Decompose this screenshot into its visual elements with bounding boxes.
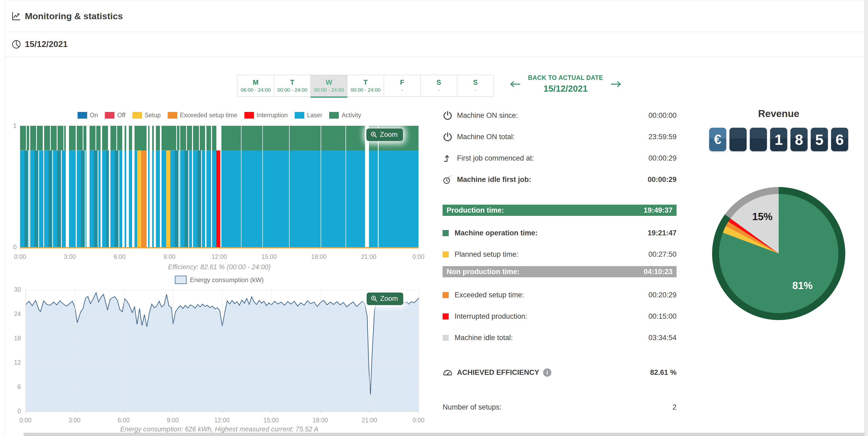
- stat-row-first-job-commenced-at: First job commenced at:00:00:29: [442, 152, 677, 164]
- day-tab-t-3[interactable]: T00:00 - 24:00: [347, 75, 384, 97]
- timeline-segment-laser: [263, 126, 289, 248]
- pie-label-15pct: 15%: [752, 211, 773, 223]
- timeline-segment-exceeded: [141, 126, 147, 248]
- time-distribution-pie-chart: 15%81%: [712, 187, 845, 320]
- timeline-segment-laser: [379, 126, 418, 248]
- magnifier-plus-icon: [370, 295, 378, 302]
- revenue-digit-tile-6: 6: [831, 128, 848, 151]
- machine-state-timeline-chart[interactable]: Zoom: [20, 126, 418, 248]
- legend-item-interruption: Interruption: [244, 112, 288, 119]
- energy-x-tick-label: 15:00: [264, 417, 279, 424]
- revenue-digit-tile-4: 8: [790, 128, 808, 151]
- energy-legend-swatch: [175, 276, 187, 284]
- energy-legend[interactable]: Energy consumption (kW): [20, 276, 418, 284]
- timeline-legend: OnOffSetupExceeded setup timeInterruptio…: [20, 112, 418, 119]
- legend-item-activity: Activity: [329, 112, 361, 119]
- timeline-segment-busy: [161, 126, 166, 248]
- timeline-segment-busy: [102, 126, 109, 248]
- statistics-panel: Machine ON since:00:00:00Machine ON tota…: [442, 0, 677, 436]
- timeline-zoom-button[interactable]: Zoom: [366, 129, 403, 141]
- timeline-segment-busy: [134, 126, 137, 248]
- energy-x-tick-label: 0:00: [20, 417, 32, 424]
- timeline-x-tick-label: 21:00: [361, 253, 376, 261]
- energy-y-tick-label: 24: [10, 310, 21, 317]
- revenue-digit-tile-3: 1: [770, 128, 787, 151]
- legend-item-laser: Laser: [295, 112, 322, 119]
- energy-y-tick-label: 30: [10, 286, 21, 293]
- selected-date: 15/12/2021: [25, 39, 68, 49]
- horizontal-scrollbar[interactable]: [24, 433, 864, 436]
- monitoring-dashboard: Monitoring & statistics 15/12/2021 M06:0…: [0, 0, 868, 436]
- timeline-segment-busy: [207, 126, 211, 248]
- revenue-digit-tile-1: [730, 128, 747, 151]
- revenue-counter: €1856: [709, 128, 848, 151]
- stat-row-machine-on-since: Machine ON since:00:00:00: [442, 109, 677, 121]
- timeline-segment-busy: [20, 126, 29, 248]
- day-tab-t-1[interactable]: T00:00 - 24:00: [274, 75, 311, 97]
- efficiency-caption: Efficiency: 82.61 % (00:00 - 24:00): [86, 263, 353, 271]
- stat-swatch: [442, 251, 449, 258]
- timeline-x-tick-label: 3:00: [64, 253, 76, 261]
- timeline-segment-busy: [156, 126, 160, 248]
- timeline-bars: [20, 126, 418, 248]
- stat-row-achieved-efficiency: ACHIEVED EFFICIENCYi82.61 %: [442, 367, 677, 378]
- legend-swatch: [105, 112, 115, 119]
- vertical-scrollbar[interactable]: [864, 0, 868, 436]
- first-job-icon: [442, 153, 453, 163]
- power-icon: [442, 110, 453, 121]
- timeline-segment-busy: [180, 126, 192, 248]
- legend-item-off: Off: [105, 112, 125, 119]
- energy-x-tick-label: 3:00: [68, 417, 81, 424]
- power-icon: [442, 132, 453, 142]
- timeline-y-min-label: 0: [6, 244, 17, 251]
- line-chart-icon: [11, 11, 21, 21]
- stat-row-machine-operation-time: Machine operation time:19:21:47: [442, 227, 677, 239]
- timeline-segment-busy: [71, 126, 76, 248]
- magnifier-plus-icon: [370, 131, 378, 138]
- energy-x-tick-label: 0:00: [413, 417, 425, 424]
- page-title: Monitoring & statistics: [25, 11, 123, 21]
- energy-y-tick-label: 18: [10, 335, 21, 342]
- timeline-segment-setup: [166, 126, 170, 248]
- timeline-baseline: [20, 247, 418, 248]
- timeline-segment-busy: [129, 126, 132, 248]
- timeline-segment-busy: [193, 126, 205, 248]
- pie-chart-icon: [11, 39, 21, 49]
- legend-item-setup: Setup: [132, 112, 161, 119]
- svg-text:z: z: [450, 174, 452, 177]
- timeline-segment-laser: [369, 126, 378, 248]
- energy-consumption-chart[interactable]: Zoom: [25, 290, 419, 412]
- gauge-icon: [442, 367, 453, 377]
- legend-swatch: [244, 112, 254, 119]
- day-tab-f-4[interactable]: F-: [384, 75, 421, 97]
- timeline-segment-laser: [321, 126, 345, 248]
- timeline-segment-busy: [30, 126, 43, 248]
- stat-banner-non-production-time-: Non production time:04:10:23: [442, 266, 677, 277]
- energy-zoom-button[interactable]: Zoom: [367, 293, 403, 305]
- svg-text:z: z: [449, 178, 450, 180]
- stat-banner-production-time-: Production time:19:49:37: [442, 205, 677, 216]
- timeline-segment-laser: [152, 126, 154, 248]
- timeline-x-tick-label: 0:00: [413, 253, 425, 261]
- idle-clock-icon: zzz: [442, 174, 453, 185]
- revenue-digit-tile-2: [750, 128, 767, 151]
- timeline-segment-laser: [212, 126, 216, 248]
- revenue-title: Revenue: [709, 108, 848, 120]
- day-tab-w-2[interactable]: W00:00 - 24:00: [310, 75, 347, 98]
- stat-row-machine-idle-total: Machine idle total:03:34:54: [442, 332, 677, 343]
- stat-row-machine-on-total: Machine ON total:23:59:59: [442, 131, 677, 143]
- timeline-segment-laser: [125, 126, 126, 248]
- energy-x-tick-label: 18:00: [313, 417, 328, 424]
- stat-swatch: [442, 230, 449, 236]
- energy-x-tick-label: 6:00: [118, 417, 130, 424]
- date-bar: 15/12/2021: [5, 32, 864, 57]
- legend-swatch: [295, 112, 304, 119]
- pie-slices: [719, 194, 838, 313]
- energy-x-tick-label: 21:00: [362, 417, 377, 424]
- timeline-x-tick-label: 18:00: [311, 253, 327, 261]
- revenue-digit-tile-5: 5: [811, 128, 828, 151]
- energy-y-tick-label: 12: [10, 359, 21, 366]
- timeline-segment-laser: [221, 126, 241, 248]
- day-tab-m-0[interactable]: M06:00 - 24:00: [237, 75, 274, 97]
- info-icon[interactable]: i: [543, 368, 551, 377]
